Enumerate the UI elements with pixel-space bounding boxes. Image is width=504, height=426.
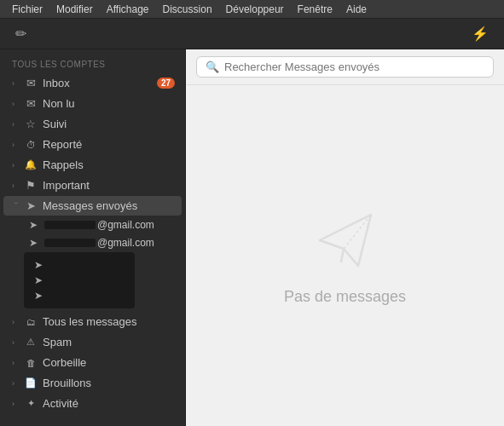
chevron-icon: › — [12, 181, 20, 190]
sent-icon: ➤ — [27, 237, 39, 249]
account2-redacted — [44, 239, 96, 247]
brouillons-icon: 📄 — [24, 377, 38, 389]
empty-state: Pas de messages — [186, 85, 504, 426]
sidebar-subitem-account5[interactable]: ➤ — [31, 288, 128, 303]
content-area: 🔍 Pas de messages — [186, 49, 504, 426]
account2-label: @gmail.com — [97, 237, 154, 249]
sent-icon: ➤ — [27, 219, 39, 231]
sidebar-item-rappels[interactable]: › 🔔 Rappels — [3, 155, 182, 175]
chevron-icon: › — [12, 100, 20, 108]
account1-redacted — [44, 221, 96, 229]
chevron-icon: › — [12, 120, 20, 129]
sidebar-item-label: Corbeille — [43, 356, 175, 369]
sidebar-item-label: Tous les messages — [43, 315, 175, 328]
tous-messages-icon: 🗂 — [24, 317, 38, 327]
sidebar-item-label: Spam — [43, 336, 175, 348]
sidebar-item-label: Non lu — [43, 97, 175, 110]
sidebar-subitem-account1[interactable]: ➤ @gmail.com — [3, 216, 182, 233]
menu-modifier[interactable]: Modifier — [51, 2, 98, 17]
sidebar-item-inbox[interactable]: › ✉ Inbox 27 — [3, 73, 182, 93]
sidebar-item-label: Brouillons — [43, 377, 175, 389]
chevron-icon: › — [12, 141, 20, 149]
suivi-icon: ☆ — [24, 118, 38, 130]
non-lu-icon: ✉ — [24, 97, 38, 110]
sent-icon: ➤ — [32, 259, 44, 271]
search-input[interactable] — [224, 60, 484, 73]
chevron-icon: › — [12, 79, 20, 88]
menu-discussion[interactable]: Discussion — [158, 2, 217, 17]
search-bar: 🔍 — [186, 49, 504, 85]
menu-aide[interactable]: Aide — [341, 2, 372, 17]
sidebar-item-tous-messages[interactable]: › 🗂 Tous les messages — [3, 312, 182, 331]
sidebar-item-spam[interactable]: › ⚠ Spam — [3, 332, 182, 352]
chevron-down-icon: › — [12, 202, 20, 210]
inbox-icon: ✉ — [24, 77, 38, 89]
sidebar-item-label: Rappels — [43, 158, 175, 171]
corbeille-icon: 🗑 — [24, 358, 38, 368]
sidebar-item-label: Important — [43, 179, 175, 192]
sidebar-subitem-account3[interactable]: ➤ — [31, 257, 128, 273]
sidebar-item-activite[interactable]: › ✦ Activité — [3, 394, 182, 413]
chevron-icon: › — [12, 359, 20, 367]
sidebar-item-suivi[interactable]: › ☆ Suivi — [3, 114, 182, 134]
important-icon: ⚑ — [24, 179, 38, 192]
sent-icon: ➤ — [32, 274, 44, 286]
empty-text: Pas de messages — [284, 288, 406, 306]
sidebar-item-non-lu[interactable]: › ✉ Non lu — [3, 94, 182, 113]
sidebar-item-label: Reporté — [43, 138, 175, 151]
sidebar-item-corbeille[interactable]: › 🗑 Corbeille — [3, 353, 182, 372]
activity-button[interactable]: ⚡ — [465, 22, 495, 45]
empty-sent-icon — [311, 206, 379, 274]
account1-label: @gmail.com — [97, 219, 154, 231]
sidebar-item-label: Suivi — [43, 118, 175, 130]
chevron-icon: › — [12, 400, 20, 408]
menu-fenetre[interactable]: Fenêtre — [293, 2, 338, 17]
menubar: Fichier Modifier Affichage Discussion Dé… — [0, 0, 504, 19]
inbox-badge: 27 — [157, 78, 175, 89]
sidebar: TOUS LES COMPTES › ✉ Inbox 27 › ✉ Non lu… — [0, 49, 186, 426]
sidebar-item-label: Activité — [43, 397, 175, 410]
messages-envoyes-icon: ➤ — [24, 199, 38, 212]
sidebar-item-label: Messages envoyés — [43, 199, 175, 212]
search-wrap[interactable]: 🔍 — [196, 56, 494, 78]
sidebar-item-reporte[interactable]: › ⏱ Reporté — [3, 135, 182, 154]
chevron-icon: › — [12, 318, 20, 326]
sent-icon: ➤ — [32, 290, 44, 302]
main-layout: TOUS LES COMPTES › ✉ Inbox 27 › ✉ Non lu… — [0, 49, 504, 426]
chevron-icon: › — [12, 338, 20, 347]
activity-icon: ⚡ — [472, 26, 489, 41]
sidebar-item-label: Inbox — [43, 77, 154, 89]
sidebar-item-important[interactable]: › ⚑ Important — [3, 176, 182, 195]
chevron-icon: › — [12, 161, 20, 170]
chevron-icon: › — [12, 379, 20, 388]
compose-button[interactable]: ✏ — [9, 22, 33, 45]
sidebar-item-messages-envoyes[interactable]: › ➤ Messages envoyés — [3, 196, 182, 216]
search-icon: 🔍 — [206, 60, 219, 73]
sidebar-subitem-account2[interactable]: ➤ @gmail.com — [3, 234, 182, 251]
menu-affichage[interactable]: Affichage — [101, 2, 154, 17]
section-label: TOUS LES COMPTES — [0, 53, 185, 72]
spam-icon: ⚠ — [24, 337, 38, 348]
rappels-icon: 🔔 — [24, 159, 38, 170]
sidebar-item-brouillons[interactable]: › 📄 Brouillons — [3, 373, 182, 393]
menu-developpeur[interactable]: Développeur — [221, 2, 289, 17]
reporte-icon: ⏱ — [24, 140, 38, 150]
compose-icon: ✏ — [15, 26, 26, 41]
sidebar-subitem-account4[interactable]: ➤ — [31, 273, 128, 288]
menu-fichier[interactable]: Fichier — [7, 2, 48, 17]
toolbar: ✏ ⚡ — [0, 19, 504, 49]
activite-icon: ✦ — [24, 398, 38, 409]
